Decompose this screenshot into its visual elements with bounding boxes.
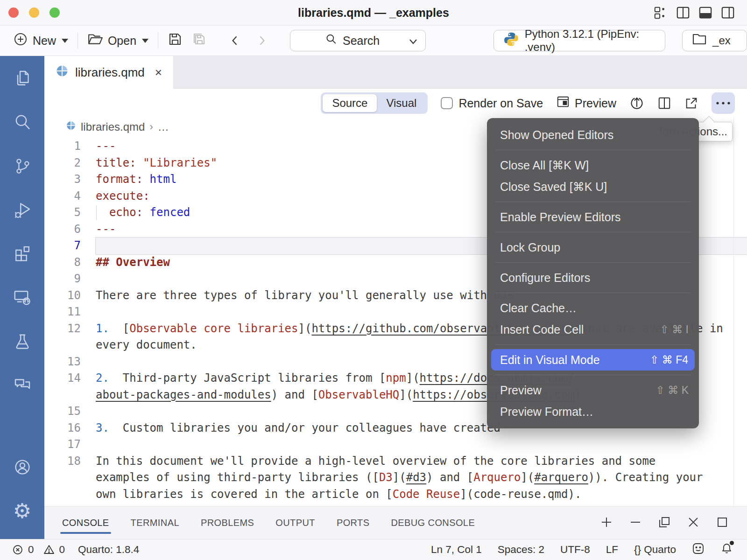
problems-status[interactable]: 0 0 xyxy=(12,544,65,556)
sidebar-item-explorer[interactable] xyxy=(13,69,32,88)
warning-count: 0 xyxy=(59,544,65,556)
panel-tab-console[interactable]: CONSOLE xyxy=(62,507,109,539)
sidebar-item-search[interactable] xyxy=(13,113,32,132)
menu-item-preview[interactable]: Preview⇧ ⌘ K xyxy=(487,379,699,401)
status-item-quarto[interactable]: {} Quarto xyxy=(634,544,676,556)
line-number: 4 xyxy=(44,188,81,205)
sidebar-item-source-control[interactable] xyxy=(13,157,32,175)
divider xyxy=(78,32,78,49)
menu-item-configure-editors[interactable]: Configure Editors xyxy=(487,267,699,288)
status-item-ln-7-col-1[interactable]: Ln 7, Col 1 xyxy=(431,544,482,556)
titlebar: libraries.qmd — _examples xyxy=(0,0,747,26)
menu-item-label: Configure Editors xyxy=(500,271,590,285)
more-actions-button[interactable] xyxy=(712,92,735,114)
menu-item-insert-code-cell[interactable]: Insert Code Cell⇧ ⌘ I xyxy=(487,319,699,340)
plus-circle-icon xyxy=(13,32,28,49)
sidebar-item-settings[interactable]: ⚙ xyxy=(13,502,32,520)
code-line[interactable]: 17 xyxy=(44,436,747,453)
panel-tab-problems[interactable]: PROBLEMS xyxy=(201,507,254,539)
open-button[interactable]: Open xyxy=(83,30,153,51)
add-console-icon[interactable] xyxy=(600,516,613,530)
sidebar-item-comments[interactable] xyxy=(13,376,32,395)
visual-mode-button[interactable]: Visual xyxy=(377,94,426,112)
menu-item-show-opened-editors[interactable]: Show Opened Editors xyxy=(487,124,699,146)
menu-separator xyxy=(495,293,691,293)
breadcrumb-more[interactable]: … xyxy=(158,120,169,133)
split-editor-button[interactable] xyxy=(657,96,671,110)
status-item-spaces-2[interactable]: Spaces: 2 xyxy=(498,544,544,556)
new-button[interactable]: New xyxy=(8,30,73,51)
menu-item-enable-preview-editors[interactable]: Enable Preview Editors xyxy=(487,206,699,228)
debug-icon xyxy=(13,201,32,219)
save-all-button[interactable] xyxy=(187,30,211,51)
code-token: D3 xyxy=(379,471,393,484)
minimize-panel-icon[interactable] xyxy=(629,516,641,530)
folder-icon xyxy=(692,32,707,49)
workspace-button[interactable]: _ex xyxy=(682,30,747,51)
sidebar-item-run-debug[interactable] xyxy=(13,201,32,219)
minimize-window-button[interactable] xyxy=(29,7,39,18)
open-in-new-window-button[interactable] xyxy=(684,96,698,110)
source-mode-button[interactable]: Source xyxy=(323,94,377,112)
more-actions-menu: Show Opened EditorsClose All [⌘K W]Close… xyxy=(487,118,699,428)
code-line[interactable]: own libraries is covered in the article … xyxy=(44,486,747,503)
save-button[interactable] xyxy=(163,30,187,51)
open-label: Open xyxy=(108,34,136,48)
menu-item-clear-cache[interactable]: Clear Cache… xyxy=(487,297,699,319)
close-window-button[interactable] xyxy=(8,7,19,18)
sidebar-item-extensions[interactable] xyxy=(13,245,32,263)
render-on-save-checkbox[interactable] xyxy=(441,97,453,109)
maximize-panel-icon[interactable] xyxy=(716,516,728,530)
code-line[interactable]: examples of using third-party libraries … xyxy=(44,469,747,486)
feedback-smiley-icon[interactable] xyxy=(692,542,705,558)
zoom-window-button[interactable] xyxy=(49,7,60,18)
status-item-lf[interactable]: LF xyxy=(606,544,618,556)
code-token: execute: xyxy=(96,189,150,203)
panel-tab-debug-console[interactable]: DEBUG CONSOLE xyxy=(391,507,475,539)
menu-item-edit-in-visual-mode[interactable]: Edit in Visual Mode⇧ ⌘ F4 xyxy=(491,349,695,371)
toggle-secondary-sidebar-icon[interactable] xyxy=(721,6,735,20)
status-item-utf-8[interactable]: UTF-8 xyxy=(560,544,590,556)
code-token: 3. xyxy=(96,421,109,434)
sidebar-item-testing[interactable] xyxy=(13,332,32,351)
menu-item-preview-format[interactable]: Preview Format… xyxy=(487,401,699,422)
code-token xyxy=(143,206,149,219)
breadcrumb-file[interactable]: libraries.qmd xyxy=(81,120,145,133)
open-external-icon xyxy=(684,96,698,110)
sidebar-item-remote-explorer[interactable] xyxy=(13,288,32,307)
notifications-bell-icon[interactable] xyxy=(720,542,733,558)
quarto-version-status[interactable]: Quarto: 1.8.4 xyxy=(78,544,139,556)
back-button[interactable] xyxy=(224,30,246,51)
tab-libraries-qmd[interactable]: libraries.qmd × xyxy=(44,56,174,89)
preview-label: Preview xyxy=(575,97,616,110)
code-token: --- xyxy=(96,223,116,236)
split-editor-layout-icon[interactable] xyxy=(676,6,690,20)
forward-button[interactable] xyxy=(251,30,273,51)
restore-panel-icon[interactable] xyxy=(658,516,670,530)
customize-layout-icon[interactable] xyxy=(654,6,668,20)
line-number: 15 xyxy=(44,403,81,420)
interpreter-selector[interactable]: Python 3.12.1 (PipEnv: .venv) xyxy=(493,30,665,51)
close-panel-icon[interactable] xyxy=(687,516,699,530)
code-line[interactable]: 18In this document we'll provide a high-… xyxy=(44,453,747,470)
panel-tab-ports[interactable]: PORTS xyxy=(337,507,370,539)
status-bar: 0 0 Quarto: 1.8.4 Ln 7, Col 1Spaces: 2UT… xyxy=(0,539,747,560)
quarto-file-icon xyxy=(56,64,69,81)
line-number: 11 xyxy=(44,304,81,321)
preview-button[interactable]: Preview xyxy=(556,95,616,112)
panel-tab-terminal[interactable]: TERMINAL xyxy=(131,507,179,539)
chevron-down-icon[interactable] xyxy=(409,34,418,48)
search-input[interactable]: Search xyxy=(290,30,426,51)
workspace-label: _ex xyxy=(712,34,731,47)
menu-item-close-saved-k-u[interactable]: Close Saved [⌘K U] xyxy=(487,176,699,197)
close-tab-icon[interactable]: × xyxy=(155,65,162,80)
code-token xyxy=(143,173,149,186)
sidebar-item-account[interactable] xyxy=(13,458,32,476)
code-token: There are three types of library you'll … xyxy=(96,289,521,302)
menu-item-lock-group[interactable]: Lock Group xyxy=(487,237,699,258)
menu-item-close-all-k-w[interactable]: Close All [⌘K W] xyxy=(487,154,699,176)
panel-tab-output[interactable]: OUTPUT xyxy=(275,507,315,539)
render-button[interactable] xyxy=(629,96,644,111)
code-token: 1. xyxy=(96,322,109,335)
toggle-panel-icon[interactable] xyxy=(698,6,712,20)
